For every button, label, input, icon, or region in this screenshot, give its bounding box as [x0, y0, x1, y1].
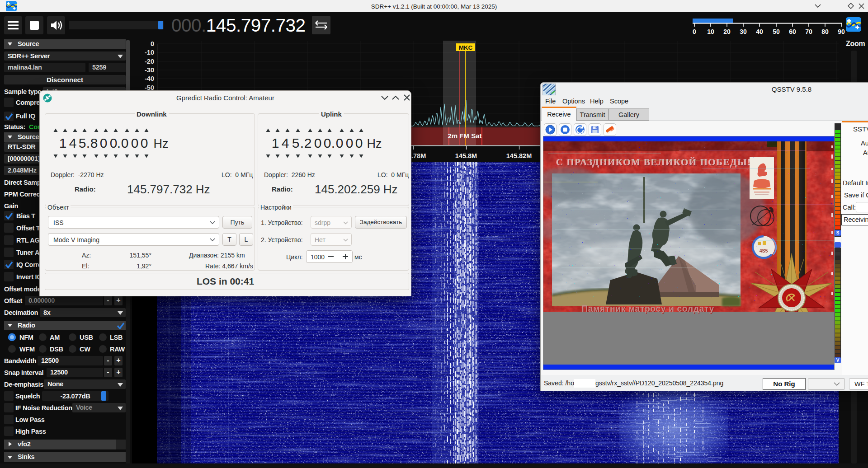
svg-text:.: .: [300, 136, 304, 150]
svg-text:20: 20: [723, 28, 731, 35]
svg-text:80: 80: [821, 28, 829, 35]
svg-text:V: V: [836, 358, 840, 363]
svg-text:Hz: Hz: [367, 137, 382, 150]
svg-text:-20: -20: [145, 58, 154, 65]
svg-text:0: 0: [110, 136, 118, 150]
svg-text:0: 0: [355, 136, 363, 150]
svg-text:MKC: MKC: [459, 44, 473, 51]
svg-text:5: 5: [292, 136, 300, 150]
svg-text:40: 40: [756, 28, 763, 35]
svg-text:0: 0: [151, 40, 154, 47]
svg-text:Hz: Hz: [154, 137, 169, 150]
svg-text:70: 70: [805, 28, 812, 35]
svg-text:90: 90: [838, 28, 845, 35]
svg-text:.: .: [117, 136, 121, 150]
svg-text:4: 4: [282, 136, 289, 150]
svg-text:0: 0: [131, 136, 139, 150]
svg-text:4: 4: [69, 136, 77, 150]
svg-text:0: 0: [693, 28, 696, 35]
svg-text:0: 0: [324, 136, 331, 150]
svg-text:-30: -30: [145, 66, 154, 74]
svg-text:10: 10: [707, 28, 714, 35]
svg-text:8: 8: [90, 136, 98, 150]
svg-text:0: 0: [121, 136, 129, 150]
svg-text:.: .: [86, 136, 90, 150]
svg-text:2m FM Sat: 2m FM Sat: [448, 132, 481, 140]
svg-text:1: 1: [272, 136, 279, 150]
svg-text:.: .: [331, 136, 335, 150]
svg-text:145.82M: 145.82M: [506, 152, 532, 159]
svg-text:2: 2: [304, 136, 312, 150]
svg-text:0: 0: [346, 136, 354, 150]
svg-text:50: 50: [773, 28, 780, 35]
svg-text:60: 60: [789, 28, 796, 35]
svg-text:-40: -40: [145, 75, 154, 82]
svg-text:0: 0: [336, 136, 344, 150]
svg-text:S: S: [836, 230, 840, 235]
svg-text:145.8M: 145.8M: [455, 152, 477, 159]
svg-text:30: 30: [740, 28, 747, 35]
svg-text:0: 0: [100, 136, 108, 150]
svg-text:0: 0: [141, 136, 148, 150]
svg-text:5: 5: [79, 136, 86, 150]
svg-text:-10: -10: [145, 49, 154, 56]
svg-text:0: 0: [314, 136, 322, 150]
svg-text:1: 1: [59, 136, 67, 150]
